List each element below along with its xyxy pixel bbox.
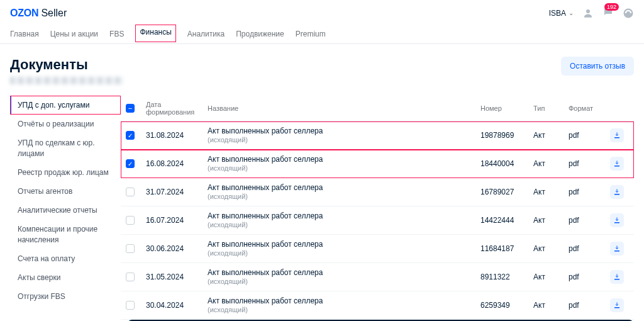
- row-type: Акт: [533, 244, 565, 253]
- nav-promo[interactable]: Продвижение: [236, 25, 284, 43]
- svg-rect-1: [614, 137, 619, 138]
- notif-badge: 192: [604, 3, 619, 11]
- blurred-subtitle: [10, 77, 123, 84]
- col-name[interactable]: Название: [208, 104, 477, 112]
- feedback-button[interactable]: Оставить отзыв: [561, 57, 634, 76]
- logo-ozon: OZON: [10, 8, 38, 19]
- col-date[interactable]: Дата формирования: [146, 101, 204, 116]
- nav-fbs[interactable]: FBS: [109, 25, 124, 43]
- page-title: Документы: [10, 57, 123, 73]
- user-name-label: ISBA: [549, 9, 566, 18]
- notifications-button[interactable]: 192: [602, 6, 614, 20]
- row-checkbox[interactable]: [126, 159, 135, 168]
- sidebar-item[interactable]: Реестр продаж юр. лицам: [10, 163, 121, 182]
- svg-rect-2: [614, 166, 619, 167]
- row-date: 31.07.2024: [146, 188, 204, 196]
- row-date: 30.06.2024: [146, 244, 204, 253]
- row-format: pdf: [569, 273, 606, 281]
- col-type[interactable]: Тип: [533, 104, 565, 112]
- table-row: 31.08.2024Акт выполненных работ селлера(…: [121, 121, 634, 150]
- table-header: Дата формирования Название Номер Тип Фор…: [121, 96, 634, 121]
- row-format: pdf: [569, 188, 606, 196]
- user-icon[interactable]: [582, 8, 594, 19]
- row-checkbox[interactable]: [126, 244, 135, 253]
- sidebar-item[interactable]: Счета на оплату: [10, 249, 121, 268]
- nav-prices[interactable]: Цены и акции: [50, 25, 98, 43]
- sidebar-item[interactable]: Отчеты агентов: [10, 182, 121, 201]
- svg-rect-4: [614, 222, 619, 223]
- row-doc-name: Акт выполненных работ селлера(исходящий): [208, 296, 477, 314]
- row-checkbox[interactable]: [126, 216, 135, 225]
- table-row: 30.04.2024Акт выполненных работ селлера(…: [121, 291, 634, 320]
- row-checkbox[interactable]: [126, 188, 135, 196]
- sidebar-item[interactable]: Акты сверки: [10, 268, 121, 287]
- sidebar-item[interactable]: УПД с доп. услугами: [10, 96, 121, 115]
- row-download-button[interactable]: [610, 185, 624, 199]
- table-row: 16.07.2024Акт выполненных работ селлера(…: [121, 206, 634, 235]
- row-date: 31.08.2024: [146, 131, 204, 140]
- row-format: pdf: [569, 131, 606, 140]
- svg-point-0: [586, 9, 590, 13]
- logo-seller: Seller: [41, 8, 67, 19]
- nav-analytics[interactable]: Аналитика: [187, 25, 225, 43]
- row-checkbox[interactable]: [126, 273, 135, 281]
- user-menu[interactable]: ISBA ⌄: [549, 9, 574, 18]
- row-type: Акт: [533, 216, 565, 225]
- row-doc-name: Акт выполненных работ селлера(исходящий): [208, 127, 477, 144]
- row-download-button[interactable]: [610, 270, 624, 284]
- svg-rect-6: [614, 279, 619, 280]
- row-type: Акт: [533, 159, 565, 168]
- sidebar-item[interactable]: Отчёты о реализации: [10, 115, 121, 133]
- select-all-checkbox[interactable]: [126, 104, 135, 113]
- row-download-button[interactable]: [610, 213, 624, 227]
- row-format: pdf: [569, 244, 606, 253]
- sidebar: УПД с доп. услугамиОтчёты о реализацииУП…: [10, 96, 121, 321]
- row-format: pdf: [569, 216, 606, 225]
- row-format: pdf: [569, 159, 606, 168]
- svg-rect-3: [614, 194, 619, 195]
- row-doc-name: Акт выполненных работ селлера(исходящий): [208, 240, 477, 257]
- row-download-button[interactable]: [610, 298, 624, 312]
- row-type: Акт: [533, 273, 565, 281]
- svg-rect-5: [614, 251, 619, 252]
- row-download-button[interactable]: [610, 242, 624, 256]
- logo[interactable]: OZON Seller: [10, 8, 67, 19]
- row-number: 19878969: [480, 131, 530, 140]
- help-icon[interactable]: [623, 8, 634, 19]
- main-nav: Главная Цены и акции FBS Финансы Аналити…: [0, 25, 644, 44]
- row-date: 16.07.2024: [146, 216, 204, 225]
- row-date: 31.05.2024: [146, 273, 204, 281]
- row-type: Акт: [533, 131, 565, 140]
- row-type: Акт: [533, 301, 565, 310]
- sidebar-item[interactable]: Компенсации и прочие начисления: [10, 220, 121, 249]
- sidebar-item[interactable]: Аналитические отчеты: [10, 201, 121, 220]
- sidebar-item[interactable]: Отгрузки FBS: [10, 287, 121, 306]
- row-number: 16789027: [480, 188, 530, 196]
- table-row: 30.06.2024Акт выполненных работ селлера(…: [121, 235, 634, 263]
- col-fmt[interactable]: Формат: [569, 104, 606, 112]
- row-download-button[interactable]: [610, 128, 624, 142]
- chevron-down-icon: ⌄: [569, 9, 574, 16]
- nav-main[interactable]: Главная: [10, 25, 39, 43]
- col-num[interactable]: Номер: [480, 104, 530, 112]
- nav-finance[interactable]: Финансы: [135, 25, 175, 42]
- row-format: pdf: [569, 301, 606, 310]
- svg-rect-7: [614, 307, 619, 308]
- docs-table: Дата формирования Название Номер Тип Фор…: [121, 96, 634, 321]
- row-checkbox[interactable]: [126, 301, 135, 310]
- row-doc-name: Акт выполненных работ селлера(исходящий): [208, 183, 477, 201]
- row-doc-name: Акт выполненных работ селлера(исходящий): [208, 268, 477, 286]
- row-number: 8911322: [480, 273, 530, 281]
- sidebar-item[interactable]: УПД по сделкам с юр. лицами: [10, 133, 121, 162]
- table-row: 31.05.2024Акт выполненных работ селлера(…: [121, 263, 634, 291]
- row-date: 30.04.2024: [146, 301, 204, 310]
- row-date: 16.08.2024: [146, 159, 204, 168]
- row-doc-name: Акт выполненных работ селлера(исходящий): [208, 155, 477, 172]
- row-checkbox[interactable]: [126, 131, 135, 140]
- table-row: 31.07.2024Акт выполненных работ селлера(…: [121, 178, 634, 206]
- table-row: 16.08.2024Акт выполненных работ селлера(…: [121, 150, 634, 178]
- row-number: 14422444: [480, 216, 530, 225]
- row-download-button[interactable]: [610, 157, 624, 171]
- row-number: 11684187: [480, 244, 530, 253]
- nav-premium[interactable]: Premium: [296, 25, 326, 43]
